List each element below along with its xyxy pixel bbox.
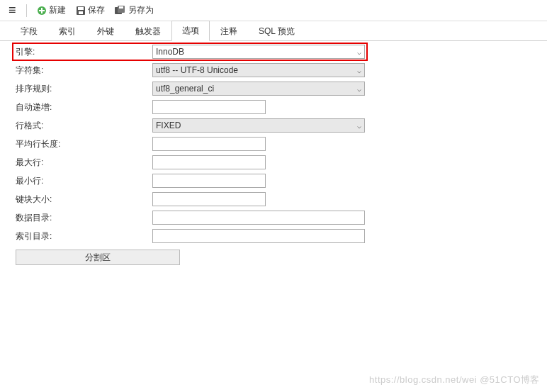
tab-foreign-keys[interactable]: 外键 (86, 21, 125, 41)
tab-indexes[interactable]: 索引 (48, 21, 86, 41)
watermark: https://blog.csdn.net/wei @51CTO博客 (369, 374, 540, 386)
menu-icon[interactable]: ≡ (6, 3, 19, 18)
chevron-down-icon: ⌵ (357, 122, 361, 130)
charset-value: utf8 -- UTF-8 Unicode (156, 65, 238, 75)
index-directory-label: 索引目录: (16, 230, 152, 242)
row-format-label: 行格式: (16, 120, 152, 132)
chevron-down-icon: ⌵ (357, 85, 361, 93)
tab-bar: 字段 索引 外键 触发器 选项 注释 SQL 预览 (0, 21, 547, 41)
tab-comment[interactable]: 注释 (210, 21, 248, 41)
tab-fields[interactable]: 字段 (10, 21, 48, 41)
save-as-button[interactable]: 另存为 (112, 3, 157, 18)
min-rows-label: 最小行: (16, 175, 152, 187)
row-format-value: FIXED (156, 121, 181, 130)
engine-select[interactable]: InnoDB ⌵ (152, 45, 365, 59)
save-button[interactable]: 保存 (73, 3, 108, 18)
tab-triggers[interactable]: 触发器 (125, 21, 171, 41)
engine-value: InnoDB (156, 47, 184, 57)
auto-increment-input[interactable] (152, 100, 266, 114)
index-directory-input[interactable] (152, 229, 365, 243)
collation-value: utf8_general_ci (156, 84, 214, 94)
plus-icon (37, 6, 47, 16)
new-button[interactable]: 新建 (34, 3, 69, 18)
auto-increment-label: 自动递增: (16, 101, 152, 113)
chevron-down-icon: ⌵ (357, 48, 361, 56)
avg-row-length-input[interactable] (152, 137, 266, 151)
row-format-select[interactable]: FIXED ⌵ (152, 118, 365, 133)
svg-rect-6 (119, 6, 123, 9)
max-rows-input[interactable] (152, 155, 266, 169)
key-block-size-input[interactable] (152, 192, 266, 206)
save-as-icon (115, 6, 126, 16)
engine-label: 引擎: (16, 46, 152, 58)
avg-row-length-label: 平均行长度: (16, 138, 152, 150)
tab-options[interactable]: 选项 (171, 21, 210, 41)
charset-label: 字符集: (16, 65, 152, 77)
divider (26, 4, 27, 17)
save-icon (76, 6, 86, 16)
options-form: 引擎: InnoDB ⌵ 字符集: utf8 -- UTF-8 Unicode … (0, 41, 547, 265)
collation-select[interactable]: utf8_general_ci ⌵ (152, 82, 365, 96)
svg-rect-2 (78, 7, 84, 10)
toolbar: ≡ 新建 保存 另存为 (0, 0, 547, 21)
tab-sql-preview[interactable]: SQL 预览 (248, 21, 305, 41)
chevron-down-icon: ⌵ (357, 67, 361, 74)
data-directory-input[interactable] (152, 211, 365, 225)
min-rows-input[interactable] (152, 174, 266, 188)
data-directory-label: 数据目录: (16, 212, 152, 224)
max-rows-label: 最大行: (16, 157, 152, 169)
partition-button[interactable]: 分割区 (16, 250, 180, 265)
key-block-size-label: 键块大小: (16, 194, 152, 206)
charset-select[interactable]: utf8 -- UTF-8 Unicode ⌵ (152, 63, 365, 77)
svg-rect-3 (79, 11, 83, 14)
collation-label: 排序规则: (16, 83, 152, 95)
new-label: 新建 (49, 4, 66, 16)
save-as-label: 另存为 (128, 4, 154, 16)
save-label: 保存 (88, 4, 105, 16)
